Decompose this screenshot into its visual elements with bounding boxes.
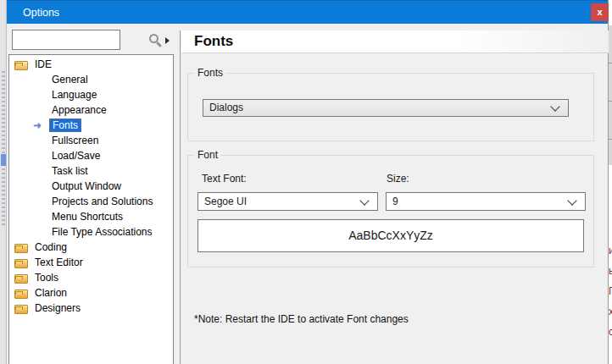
tree-row[interactable]: Designers bbox=[9, 301, 173, 316]
background-left-marks bbox=[2, 71, 5, 225]
background-text-fragment: с bbox=[609, 322, 612, 342]
chevron-down-icon bbox=[550, 102, 559, 111]
tree-indent-spacer bbox=[31, 211, 45, 223]
font-groupbox-legend: Font bbox=[194, 149, 221, 161]
arrow-icon bbox=[31, 119, 45, 131]
tree-indent-spacer bbox=[31, 226, 45, 238]
tree-item-label: Fullscreen bbox=[49, 134, 101, 147]
tree-row[interactable]: Appearance bbox=[9, 102, 173, 118]
tree-row[interactable]: Projects and Solutions bbox=[9, 194, 173, 209]
tree-row[interactable]: Tools bbox=[9, 270, 173, 285]
tree-item-label: Clarion bbox=[32, 286, 70, 300]
tree-indent-spacer bbox=[31, 180, 45, 192]
tree-row[interactable]: Clarion bbox=[9, 285, 173, 301]
title-bar: Options bbox=[7, 0, 608, 24]
tree-indent-spacer bbox=[31, 135, 45, 146]
tree-indent-spacer bbox=[31, 196, 45, 207]
folder-icon bbox=[14, 290, 28, 299]
folder-icon bbox=[14, 305, 28, 314]
tree-item-label: Appearance bbox=[49, 103, 109, 117]
search-input[interactable] bbox=[12, 30, 120, 50]
tree-indent-spacer bbox=[31, 165, 45, 177]
tree-indent-spacer bbox=[31, 74, 45, 85]
tree-row[interactable]: IDE bbox=[9, 57, 173, 72]
tree-indent-spacer bbox=[31, 89, 45, 101]
tree-item-label: Designers bbox=[32, 301, 83, 315]
folder-icon bbox=[14, 259, 28, 268]
font-preview-text: AaBbCcXxYyZz bbox=[348, 229, 433, 242]
background-text-fragment: ь bbox=[609, 261, 612, 281]
tree-item-label: Text Editor bbox=[32, 256, 86, 269]
tree-item-label: Load/Save bbox=[49, 149, 103, 163]
tree-item-label: Fonts bbox=[49, 119, 81, 132]
chevron-down-icon bbox=[567, 196, 576, 205]
tree-row[interactable]: Menu Shortcuts bbox=[9, 209, 173, 224]
options-tree: IDE General Language Appearance bbox=[8, 54, 174, 364]
search-options-arrow-icon bbox=[165, 37, 170, 44]
tree-item-label: File Type Associations bbox=[49, 225, 155, 239]
tree-row[interactable]: Task list bbox=[9, 163, 173, 179]
text-font-label: Text Font: bbox=[202, 173, 247, 185]
tree-row[interactable]: Coding bbox=[9, 240, 173, 255]
background-right-grid bbox=[609, 25, 612, 165]
options-dialog: Options x IDE General bbox=[7, 0, 609, 364]
tree-row[interactable]: Language bbox=[9, 87, 173, 102]
tree-row[interactable]: General bbox=[9, 72, 173, 87]
background-window-right-sliver: и ь Г х с bbox=[609, 0, 612, 364]
screenshot-stage: и ь Г х с Options x bbox=[0, 0, 612, 364]
tree-item-label: IDE bbox=[32, 58, 54, 71]
background-right-text-fragments: и ь Г х с bbox=[609, 240, 612, 364]
tree-indent-spacer bbox=[31, 104, 45, 116]
folder-icon bbox=[14, 244, 28, 253]
panel-header: Fonts bbox=[181, 30, 609, 53]
font-category-select[interactable]: Dialogs bbox=[203, 99, 569, 117]
tree-row[interactable]: Text Editor bbox=[9, 255, 173, 270]
background-text-fragment: х bbox=[609, 301, 612, 322]
tree-row-selected[interactable]: Fonts bbox=[9, 118, 173, 133]
tree-row[interactable]: Load/Save bbox=[9, 148, 173, 163]
text-font-select[interactable]: Segoe UI bbox=[198, 192, 378, 211]
font-category-value: Dialogs bbox=[209, 102, 243, 113]
restart-note: *Note: Restart the IDE to activate Font … bbox=[194, 313, 409, 325]
folder-open-icon bbox=[14, 61, 28, 70]
tree-item-label: General bbox=[49, 73, 91, 86]
search-button[interactable] bbox=[147, 32, 173, 50]
font-size-value: 9 bbox=[392, 196, 398, 207]
chevron-down-icon bbox=[359, 196, 369, 205]
tree-item-label: Language bbox=[49, 88, 99, 102]
fonts-groupbox-legend: Fonts bbox=[194, 67, 226, 79]
background-text-fragment: и bbox=[609, 240, 612, 261]
font-preview-box: AaBbCcXxYyZz bbox=[198, 219, 584, 252]
page-title: Fonts bbox=[194, 33, 233, 50]
tree-row[interactable]: Fullscreen bbox=[9, 133, 173, 148]
settings-panel: Fonts Fonts Dialogs Font Text Font: Size… bbox=[180, 30, 609, 364]
tree-item-label: Projects and Solutions bbox=[49, 195, 155, 208]
tree-indent-spacer bbox=[31, 150, 45, 162]
tree-item-label: Task list bbox=[49, 164, 91, 178]
tree-row[interactable]: Output Window bbox=[9, 179, 173, 194]
background-left-blue-mark bbox=[1, 154, 6, 166]
size-label: Size: bbox=[387, 173, 409, 185]
background-text-fragment: Г bbox=[609, 281, 612, 301]
font-size-select[interactable]: 9 bbox=[386, 192, 586, 211]
window-title: Options bbox=[23, 1, 59, 25]
magnifier-handle bbox=[156, 41, 162, 47]
tree-item-label: Output Window bbox=[49, 179, 124, 193]
close-button[interactable]: x bbox=[591, 3, 609, 21]
tree-item-label: Coding bbox=[32, 240, 70, 254]
folder-icon bbox=[14, 274, 28, 284]
tree-item-label: Menu Shortcuts bbox=[49, 210, 125, 223]
text-font-value: Segoe UI bbox=[204, 196, 247, 207]
tree-row[interactable]: File Type Associations bbox=[9, 224, 173, 240]
tree-item-label: Tools bbox=[32, 271, 61, 284]
background-window-left-sliver bbox=[0, 0, 7, 364]
fonts-groupbox: Fonts Dialogs bbox=[187, 73, 594, 141]
font-groupbox: Font Text Font: Size: Segoe UI 9 AaBbCcX… bbox=[187, 155, 594, 267]
